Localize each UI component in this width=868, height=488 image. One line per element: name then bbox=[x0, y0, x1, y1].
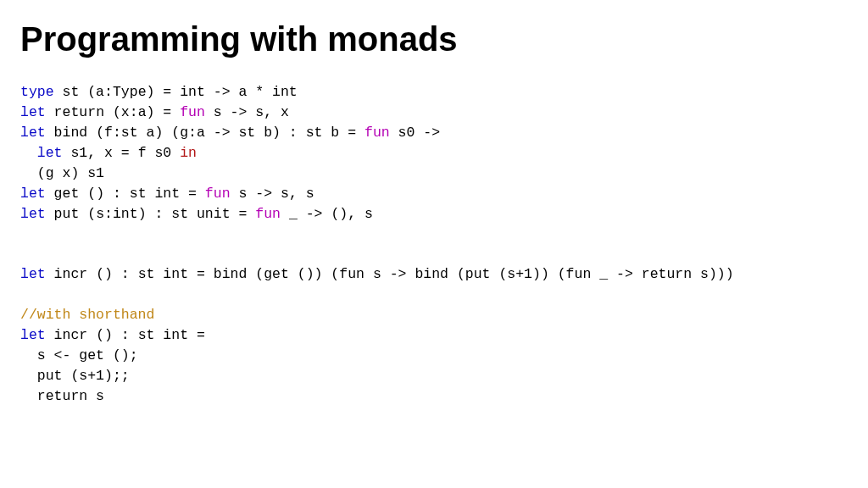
code-block: type st (a:Type) = int -> a * int let re… bbox=[20, 82, 848, 407]
line-5: (g x) s1 bbox=[20, 165, 104, 181]
code-text: s -> s, s bbox=[231, 186, 314, 202]
line-13: return s bbox=[20, 388, 104, 404]
code-text: incr () : st int = bbox=[46, 327, 205, 343]
keyword-let: let bbox=[37, 145, 63, 161]
line-1: type st (a:Type) = int -> a * int bbox=[20, 84, 298, 100]
code-text: s1, x = f s0 bbox=[63, 145, 181, 161]
code-text: _ -> (), s bbox=[281, 206, 373, 222]
code-text: incr () : st int = bind (get ()) (fun s … bbox=[46, 266, 734, 282]
keyword-type: type bbox=[20, 84, 54, 100]
keyword-let: let bbox=[20, 104, 46, 120]
code-text: s -> s, x bbox=[205, 104, 289, 120]
line-7: let put (s:int) : st unit = fun _ -> (),… bbox=[20, 206, 373, 222]
keyword-in: in bbox=[180, 145, 197, 161]
keyword-fun: fun bbox=[180, 104, 205, 120]
code-text: s0 -> bbox=[390, 125, 440, 141]
code-text: st (a:Type) = int -> a * int bbox=[54, 84, 298, 100]
line-11: s <- get (); bbox=[20, 347, 138, 363]
keyword-let: let bbox=[20, 327, 46, 343]
code-text bbox=[20, 145, 37, 161]
code-text: return (x:a) = bbox=[46, 104, 180, 120]
keyword-let: let bbox=[20, 266, 46, 282]
keyword-let: let bbox=[20, 186, 46, 202]
line-2: let return (x:a) = fun s -> s, x bbox=[20, 104, 289, 120]
keyword-let: let bbox=[20, 206, 46, 222]
code-text: put (s:int) : st unit = bbox=[46, 206, 256, 222]
keyword-fun: fun bbox=[364, 125, 390, 141]
code-text: get () : st int = bbox=[46, 186, 205, 202]
line-8: let incr () : st int = bind (get ()) (fu… bbox=[20, 266, 734, 282]
keyword-let: let bbox=[20, 125, 46, 141]
line-12: put (s+1);; bbox=[20, 368, 130, 384]
keyword-fun: fun bbox=[205, 186, 231, 202]
line-4: let s1, x = f s0 in bbox=[20, 145, 197, 161]
line-3: let bind (f:st a) (g:a -> st b) : st b =… bbox=[20, 125, 440, 141]
slide-title: Programming with monads bbox=[20, 20, 848, 58]
line-10: let incr () : st int = bbox=[20, 327, 205, 343]
line-9-comment: //with shorthand bbox=[20, 307, 154, 323]
keyword-fun: fun bbox=[255, 206, 281, 222]
code-text: bind (f:st a) (g:a -> st b) : st b = bbox=[46, 125, 364, 141]
line-6: let get () : st int = fun s -> s, s bbox=[20, 186, 314, 202]
